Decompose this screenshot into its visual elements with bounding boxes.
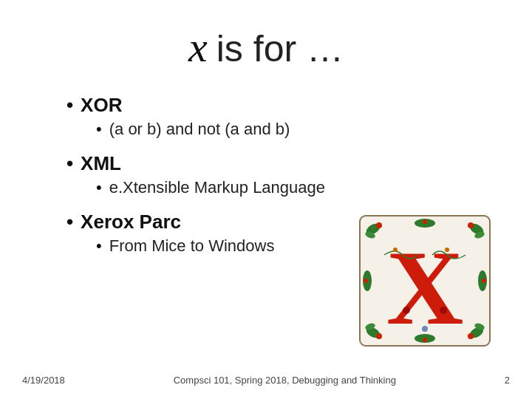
bullet-sub-xor-text: (a or b) and not (a and b) (109, 120, 290, 139)
bullet-main-xor-label: XOR (81, 94, 122, 117)
x-container: X (358, 214, 491, 347)
bullet-main-xml: XML (66, 152, 495, 175)
svg-point-9 (376, 333, 382, 339)
bullet-sub-xml-text: e.Xtensible Markup Language (109, 178, 325, 197)
bullet-main-xml-label: XML (81, 152, 121, 175)
footer-date: 4/19/2018 (22, 375, 65, 386)
svg-point-26 (445, 248, 449, 252)
svg-point-3 (376, 222, 382, 228)
decorative-x-image: X (358, 214, 491, 347)
bullet-main-xerox-label: Xerox Parc (81, 211, 181, 233)
svg-point-20 (482, 279, 486, 283)
svg-point-12 (468, 333, 474, 339)
title: x is for … (188, 22, 344, 72)
decorative-x-svg: X (358, 214, 491, 347)
svg-point-14 (423, 219, 427, 224)
bullet-sub-xml: e.Xtensible Markup Language (96, 178, 495, 197)
title-x-letter: x (188, 22, 208, 72)
bullet-sub-xerox-text: From Mice to Windows (109, 236, 275, 256)
slide: x is for … XOR (a or b) and not (a and b… (0, 0, 532, 399)
footer: 4/19/2018 Compsci 101, Spring 2018, Debu… (0, 375, 532, 386)
svg-point-23 (440, 307, 447, 314)
footer-course: Compsci 101, Spring 2018, Debugging and … (174, 375, 396, 386)
title-isfor: is for … (216, 27, 344, 70)
svg-point-18 (364, 279, 368, 283)
bullet-main-xor: XOR (66, 94, 495, 117)
bullet-sub-xor: (a or b) and not (a and b) (96, 120, 495, 139)
svg-point-22 (403, 307, 410, 314)
footer-page: 2 (505, 375, 510, 386)
title-area: x is for … (37, 22, 495, 72)
svg-point-25 (393, 248, 398, 252)
svg-point-6 (468, 222, 474, 228)
svg-point-24 (422, 326, 428, 332)
